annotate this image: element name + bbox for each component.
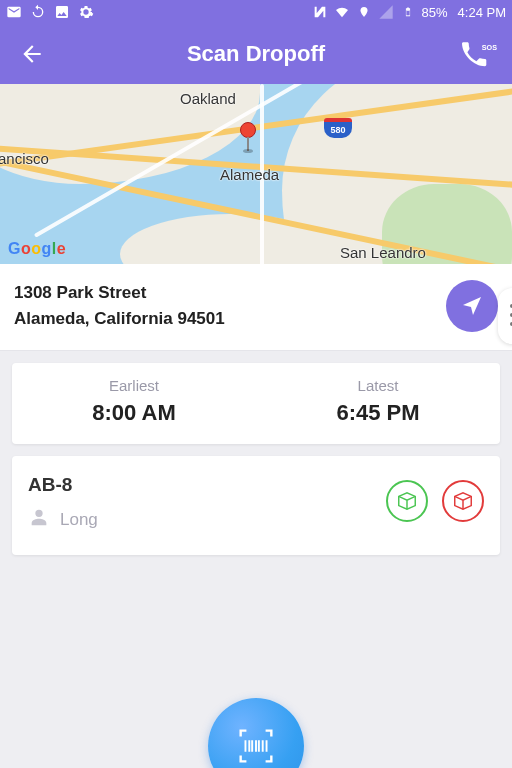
map-label-alameda: Alameda [220,166,279,183]
navigate-button[interactable] [446,280,498,332]
barcode-scan-icon [233,723,279,768]
map-label-sanleandro: San Leandro [340,244,426,261]
earliest-value: 8:00 AM [12,400,256,426]
package-fail-button[interactable] [442,480,484,522]
navigation-arrow-icon [460,294,484,318]
cell-icon [378,4,394,20]
package-deliver-button[interactable] [386,480,428,522]
earliest-col: Earliest 8:00 AM [12,377,256,426]
svg-rect-1 [406,10,409,11]
gmail-icon [6,4,22,20]
content-area: Earliest 8:00 AM Latest 6:45 PM AB-8 Lon… [0,351,512,567]
package-code: AB-8 [28,474,98,496]
map-view[interactable]: Oakland Alameda ancisco San Leandro 580 … [0,84,512,264]
sos-button[interactable]: SOS [460,34,500,74]
back-button[interactable] [12,34,52,74]
nfc-icon [312,4,328,20]
status-left [6,4,94,20]
package-card: AB-8 Long [12,456,500,555]
back-arrow-icon [19,41,45,67]
highway-shield: 580 [324,118,352,138]
location-icon [356,4,372,20]
latest-value: 6:45 PM [256,400,500,426]
earliest-label: Earliest [12,377,256,394]
scan-barcode-button[interactable] [208,698,304,768]
page-title: Scan Dropoff [0,41,512,67]
latest-label: Latest [256,377,500,394]
google-attribution: Google [8,240,66,258]
image-icon [54,4,70,20]
battery-icon [400,4,416,20]
box-check-icon [396,490,418,512]
sync-icon [30,4,46,20]
clock-text: 4:24 PM [458,5,506,20]
latest-col: Latest 6:45 PM [256,377,500,426]
map-pin [240,122,256,153]
address-line1: 1308 Park Street [14,283,225,303]
app-header: Scan Dropoff SOS [0,24,512,84]
svg-text:SOS: SOS [482,43,497,52]
map-label-oakland: Oakland [180,90,236,107]
recipient-name: Long [60,510,98,530]
address-line2: Alameda, California 94501 [14,309,225,329]
settings-icon [78,4,94,20]
phone-sos-icon: SOS [462,41,498,67]
status-bar: 85% 4:24 PM [0,0,512,24]
wifi-icon [334,4,350,20]
person-icon [28,506,50,533]
status-right: 85% 4:24 PM [312,4,506,20]
battery-text: 85% [422,5,448,20]
time-window-card: Earliest 8:00 AM Latest 6:45 PM [12,363,500,444]
map-label-sf: ancisco [0,150,49,167]
box-x-icon [452,490,474,512]
address-card: 1308 Park Street Alameda, California 945… [0,264,512,351]
